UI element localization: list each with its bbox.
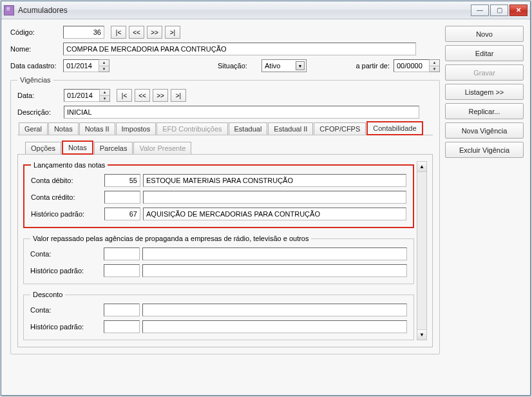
editar-button[interactable]: Editar — [445, 45, 524, 61]
maximize-button[interactable]: ▢ — [490, 5, 508, 16]
input-conta-debito-code[interactable]: 55 — [104, 174, 140, 187]
main-tab-efd-contribui-es[interactable]: EFD Contribuições — [157, 122, 227, 135]
legend-desconto: Desconto — [30, 291, 65, 298]
main-tab-impostos[interactable]: Impostos — [116, 122, 157, 135]
input-desconto-conta-code[interactable] — [104, 304, 140, 316]
main-tab-cfop-cfps[interactable]: CFOP/CFPS — [314, 122, 366, 135]
label-nome: Nome: — [10, 45, 63, 53]
input-conta-debito-desc[interactable]: ESTOQUE MATERIAIS PARA CONSTRUÇÃO — [143, 174, 406, 187]
input-repasse-hist-code[interactable] — [104, 264, 140, 277]
input-apartir[interactable]: 00/0000 — [394, 59, 430, 72]
row-hist-padrao: Histórico padrão: 67 AQUISIÇÃO DE MERCAD… — [31, 208, 406, 220]
close-button[interactable]: ✕ — [509, 5, 527, 16]
legend-repasse: Valor repassado pelas agências de propag… — [30, 235, 311, 242]
main-tab-estadual-ii[interactable]: Estadual II — [268, 122, 313, 135]
input-hist-padrao-code[interactable]: 67 — [104, 208, 140, 220]
scroll-down-icon[interactable]: ▼ — [417, 329, 426, 340]
body: Código: 36 |< << >> >| Nome: COMPRA DE M… — [1, 19, 530, 395]
input-repasse-conta-code[interactable] — [104, 247, 140, 260]
group-lancamento: Lançamento das notas Conta débito: 55 ES… — [23, 161, 414, 228]
sub-tabbar: OpçõesNotasParcelasValor Presente — [17, 140, 433, 155]
vig-nav-next[interactable]: >> — [153, 89, 168, 102]
label-conta-debito: Conta débito: — [31, 177, 102, 184]
sub-tab-valor-presente[interactable]: Valor Presente — [133, 142, 191, 154]
input-conta-credito-code[interactable] — [104, 191, 140, 204]
sub-tab-notas[interactable]: Notas — [62, 140, 93, 155]
data-cadastro-spinner[interactable]: ▲▼ — [99, 59, 109, 72]
main-tab-notas-ii[interactable]: Notas II — [79, 122, 115, 135]
select-situacao[interactable]: Ativo ▼ — [261, 59, 307, 72]
main-tab-estadual[interactable]: Estadual — [229, 122, 268, 135]
label-repasse-conta: Conta: — [30, 250, 101, 258]
gravar-button[interactable]: Gravar — [445, 64, 524, 81]
minimize-button[interactable]: — — [471, 5, 489, 16]
input-vig-desc[interactable]: INICIAL — [64, 106, 419, 119]
input-repasse-conta-desc[interactable] — [142, 247, 407, 260]
vig-nav-first[interactable]: |< — [117, 89, 132, 102]
label-apartir: a partir de: — [350, 62, 390, 70]
row-desconto-conta: Conta: — [30, 304, 407, 316]
apartir-wrap: 00/0000 ▲▼ — [394, 59, 440, 72]
window-title: Acumuladores — [18, 6, 471, 15]
vig-data-spinner[interactable]: ▲▼ — [100, 89, 110, 102]
group-vigencias: Vigências Data: 01/2014 ▲▼ |< << >> >| — [10, 76, 440, 354]
legend-vigencias: Vigências — [17, 76, 53, 84]
sub-tab-parcelas[interactable]: Parcelas — [94, 142, 133, 154]
legend-lancamento: Lançamento das notas — [31, 161, 108, 169]
row-nome: Nome: COMPRA DE MERCADORIA PARA CONTRUÇÃ… — [10, 43, 440, 55]
label-conta-credito: Conta crédito: — [31, 193, 102, 201]
scroll-content: Lançamento das notas Conta débito: 55 ES… — [23, 161, 414, 340]
nav-next-button[interactable]: >> — [147, 26, 162, 39]
row-vig-desc: Descrição: INICIAL — [17, 106, 433, 119]
input-desconto-hist-desc[interactable] — [142, 320, 407, 333]
input-conta-credito-desc[interactable] — [143, 191, 406, 204]
side-column: Novo Editar Gravar Listagem >> Replicar.… — [445, 26, 524, 389]
label-data-cadastro: Data cadastro: — [10, 62, 63, 70]
window-buttons: — ▢ ✕ — [471, 5, 527, 16]
scroll-up-icon[interactable]: ▲ — [417, 162, 426, 172]
main-tab-notas[interactable]: Notas — [48, 122, 79, 135]
listagem-button[interactable]: Listagem >> — [445, 84, 524, 100]
nova-vigencia-button[interactable]: Nova Vigência — [445, 122, 524, 139]
row-vig-data: Data: 01/2014 ▲▼ |< << >> >| — [17, 89, 433, 102]
label-situacao: Situação: — [218, 62, 261, 70]
row-datacadastro: Data cadastro: 01/2014 ▲▼ Situação: Ativ… — [10, 59, 440, 72]
replicar-button[interactable]: Replicar... — [445, 103, 524, 119]
input-vig-data[interactable]: 01/2014 — [64, 89, 100, 102]
label-repasse-hist: Histórico padrão: — [30, 267, 101, 275]
excluir-vigencia-button[interactable]: Excluir Vigência — [445, 142, 524, 158]
input-codigo[interactable]: 36 — [63, 26, 104, 39]
main-tabbar: GeralNotasNotas IIImpostosEFD Contribuiç… — [17, 121, 433, 135]
vig-navset: |< << >> >| — [117, 89, 186, 102]
label-codigo: Código: — [10, 28, 63, 36]
nav-last-button[interactable]: >| — [165, 26, 180, 39]
row-desconto-hist: Histórico padrão: — [30, 320, 407, 333]
main-tab-geral[interactable]: Geral — [19, 122, 48, 135]
data-cadastro-wrap: 01/2014 ▲▼ — [63, 59, 109, 72]
input-nome[interactable]: COMPRA DE MERCADORIA PARA CONTRUÇÃO — [63, 43, 416, 55]
main-tab-contabilidade[interactable]: Contabilidade — [366, 121, 423, 135]
scrollbar[interactable]: ▲ ▼ — [417, 161, 427, 340]
novo-button[interactable]: Novo — [445, 26, 524, 42]
group-repasse: Valor repassado pelas agências de propag… — [23, 235, 414, 284]
apartir-spinner[interactable]: ▲▼ — [430, 59, 440, 72]
input-desconto-conta-desc[interactable] — [142, 304, 407, 316]
label-vig-data: Data: — [17, 92, 64, 99]
app-icon — [4, 5, 14, 15]
input-desconto-hist-code[interactable] — [104, 320, 140, 333]
input-hist-padrao-desc[interactable]: AQUISIÇÃO DE MERCADORIAS PARA CONTRUÇÃO — [143, 208, 406, 220]
vig-data-wrap: 01/2014 ▲▼ — [64, 89, 110, 102]
titlebar: Acumuladores — ▢ ✕ — [1, 1, 530, 19]
scroll-area: Lançamento das notas Conta débito: 55 ES… — [23, 161, 427, 340]
row-repasse-conta: Conta: — [30, 247, 407, 260]
row-conta-credito: Conta crédito: — [31, 191, 406, 204]
input-repasse-hist-desc[interactable] — [142, 264, 407, 277]
sub-tab-op-es[interactable]: Opções — [25, 142, 61, 154]
main-column: Código: 36 |< << >> >| Nome: COMPRA DE M… — [10, 26, 440, 389]
nav-prev-button[interactable]: << — [129, 26, 144, 39]
nav-first-button[interactable]: |< — [111, 26, 126, 39]
vig-nav-last[interactable]: >| — [171, 89, 186, 102]
vig-nav-prev[interactable]: << — [135, 89, 150, 102]
tab-panel: Lançamento das notas Conta débito: 55 ES… — [17, 155, 433, 347]
input-data-cadastro[interactable]: 01/2014 — [63, 59, 99, 72]
